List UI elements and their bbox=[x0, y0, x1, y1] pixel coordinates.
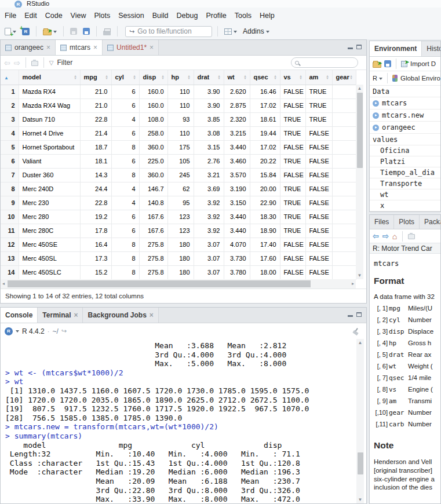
console-tab[interactable]: Background Jobs × bbox=[83, 308, 158, 323]
forward-icon[interactable]: ⇨ bbox=[382, 232, 389, 240]
close-icon[interactable]: × bbox=[74, 312, 78, 319]
environment-value-item[interactable]: Transporte bbox=[370, 178, 440, 189]
close-icon[interactable]: × bbox=[93, 44, 97, 51]
cell-model: Merc 240D bbox=[19, 182, 80, 196]
scroll-left-icon[interactable]: ◂ bbox=[2, 281, 5, 286]
environment-value-item[interactable]: Oficina bbox=[370, 145, 440, 156]
new-file-button[interactable]: + bbox=[3, 27, 17, 36]
source-tab[interactable]: orangeec × bbox=[1, 40, 56, 55]
environment-value-item[interactable]: Platzi bbox=[370, 156, 440, 167]
scroll-right-icon[interactable]: ▸ bbox=[352, 281, 354, 286]
menu-item[interactable]: Profile bbox=[202, 12, 230, 20]
column-header[interactable]: vs▴▾ bbox=[280, 70, 305, 85]
menu-item[interactable]: Tools bbox=[231, 12, 256, 20]
menu-item[interactable]: View bbox=[67, 12, 90, 20]
environment-value-item[interactable]: Tiempo_al_dia bbox=[370, 167, 440, 178]
column-header[interactable]: disp▴▾ bbox=[139, 70, 167, 85]
console-output[interactable]: Mean :3.688 Mean :2.812 3rd Qu.:4.000 3r… bbox=[1, 339, 356, 503]
cell-qsec: 19.44 bbox=[250, 126, 280, 140]
environment-data-item[interactable]: mtcars.new bbox=[370, 109, 440, 122]
maximize-icon[interactable] bbox=[356, 45, 362, 49]
column-header[interactable]: model▴▾ bbox=[19, 70, 80, 85]
popout-icon[interactable] bbox=[408, 234, 415, 239]
help-pane-tab[interactable]: Packa bbox=[420, 215, 441, 229]
rownum-sort-header[interactable]: ▲ bbox=[1, 70, 19, 85]
menu-item[interactable]: Plots bbox=[90, 12, 114, 20]
menu-item[interactable]: File bbox=[1, 12, 20, 20]
language-dropdown[interactable]: R bbox=[373, 75, 382, 82]
pane-layout-button[interactable] bbox=[223, 27, 238, 36]
environment-value-item[interactable]: x bbox=[370, 200, 440, 211]
expand-data-icon[interactable] bbox=[373, 112, 379, 119]
column-header[interactable]: mpg▴▾ bbox=[80, 70, 111, 85]
print-button[interactable] bbox=[102, 27, 112, 36]
format-list-row: [, 1] mpg Miles/(U bbox=[374, 305, 440, 316]
environment-value-item[interactable]: wt bbox=[370, 189, 440, 200]
column-header[interactable]: gear▴▾ bbox=[332, 70, 356, 85]
cell-mpg: 21.4 bbox=[80, 126, 111, 140]
expand-data-icon[interactable] bbox=[373, 100, 379, 107]
load-workspace-icon[interactable]: ➤ bbox=[373, 62, 381, 68]
maximize-icon[interactable] bbox=[356, 312, 362, 317]
back-icon[interactable]: ⇦ bbox=[4, 59, 10, 67]
help-content[interactable]: mtcars Format A data frame with 32 [, 1]… bbox=[370, 254, 440, 492]
console-vertical-scrollbar[interactable]: ▲ ▼ bbox=[356, 339, 364, 503]
import-dataset-icon[interactable]: ➤ bbox=[401, 61, 407, 67]
menu-item[interactable]: Debug bbox=[173, 12, 202, 20]
scroll-down-icon[interactable]: ▼ bbox=[356, 273, 363, 278]
expand-data-icon[interactable] bbox=[373, 125, 379, 131]
column-header[interactable]: qsec▴▾ bbox=[250, 70, 280, 85]
scrollbar-thumb[interactable] bbox=[358, 452, 363, 474]
menu-item[interactable]: Build bbox=[148, 12, 173, 20]
menu-item[interactable]: Session bbox=[114, 12, 148, 20]
back-icon[interactable]: ⇦ bbox=[373, 232, 379, 240]
data-search-input[interactable] bbox=[291, 57, 358, 68]
scroll-down-icon[interactable]: ▼ bbox=[356, 497, 364, 502]
minimize-icon[interactable] bbox=[348, 48, 353, 49]
close-icon[interactable]: × bbox=[46, 44, 50, 51]
open-file-button[interactable]: ➤ bbox=[42, 27, 58, 36]
menu-item[interactable]: Edit bbox=[20, 12, 41, 20]
column-header[interactable]: cyl▴▾ bbox=[111, 70, 139, 85]
environment-data-item[interactable]: orangeec bbox=[370, 122, 440, 134]
console-tab[interactable]: Terminal × bbox=[38, 308, 83, 323]
environment-tab[interactable]: Environment bbox=[370, 41, 422, 56]
scroll-up-icon[interactable]: ▲ bbox=[356, 340, 364, 345]
environment-tab[interactable]: Histor bbox=[422, 41, 441, 56]
scrollbar-thumb[interactable] bbox=[357, 93, 363, 168]
goto-file-input[interactable]: ↪ Go to file/function bbox=[125, 26, 212, 37]
close-icon[interactable]: × bbox=[150, 44, 154, 51]
popout-icon[interactable] bbox=[31, 61, 38, 66]
save-all-button[interactable] bbox=[82, 27, 91, 36]
environment-scope-dropdown[interactable]: Global Enviro bbox=[400, 75, 440, 82]
column-header[interactable]: wt▴▾ bbox=[224, 70, 250, 85]
menu-item[interactable]: Help bbox=[256, 12, 279, 20]
save-button[interactable] bbox=[69, 27, 78, 36]
filter-button[interactable]: Filter bbox=[57, 59, 73, 67]
environment-data-item[interactable]: mtcars bbox=[370, 97, 440, 109]
new-project-button[interactable]: R+ bbox=[21, 27, 31, 36]
column-header[interactable]: drat▴▾ bbox=[194, 70, 224, 85]
scrollbar-thumb[interactable] bbox=[8, 280, 311, 287]
clear-console-icon[interactable] bbox=[352, 328, 359, 335]
source-tab[interactable]: Untitled1* × bbox=[103, 40, 159, 55]
forward-icon[interactable]: ⇨ bbox=[14, 59, 20, 67]
column-header[interactable]: am▴▾ bbox=[305, 70, 332, 85]
column-header[interactable]: hp▴▾ bbox=[167, 70, 194, 85]
minimize-icon[interactable] bbox=[348, 315, 353, 317]
chevron-down-icon[interactable] bbox=[16, 330, 19, 334]
help-pane-tab[interactable]: Files bbox=[370, 215, 394, 229]
close-icon[interactable]: × bbox=[150, 312, 154, 319]
scroll-up-icon[interactable]: ▲ bbox=[356, 86, 363, 91]
table-vertical-scrollbar[interactable]: ▲ ▼ bbox=[356, 85, 363, 279]
save-workspace-icon[interactable] bbox=[384, 60, 391, 67]
source-tab[interactable]: mtcars × bbox=[56, 40, 103, 55]
table-horizontal-scrollbar[interactable]: ◂ ▸ bbox=[1, 279, 356, 288]
menu-item[interactable]: Code bbox=[41, 12, 67, 20]
console-tab[interactable]: Console × bbox=[1, 308, 38, 323]
addins-button[interactable]: Addins bbox=[242, 26, 271, 36]
help-pane-tab[interactable]: Plots bbox=[394, 215, 420, 229]
goto-directory-icon[interactable]: ↪ bbox=[61, 327, 67, 335]
home-icon[interactable]: ⌂ bbox=[392, 232, 397, 240]
import-dataset-button[interactable]: Import D bbox=[410, 60, 436, 67]
